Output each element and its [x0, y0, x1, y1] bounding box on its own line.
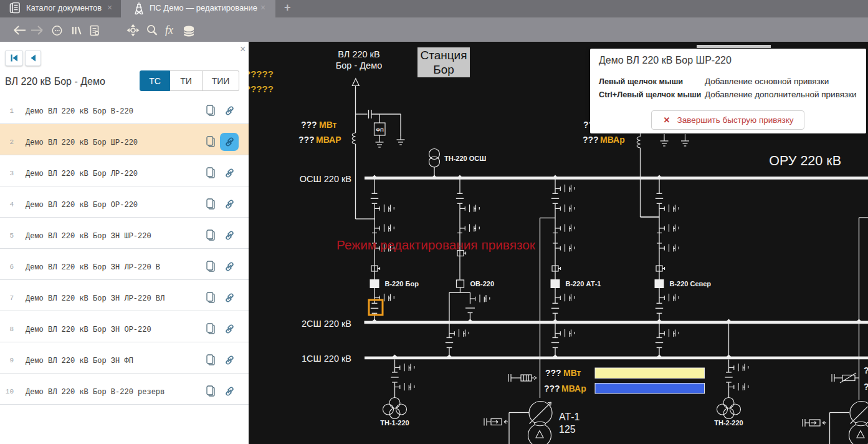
svg-text:МВАр: МВАр: [600, 135, 625, 145]
svg-text:???: ???: [544, 384, 560, 393]
svg-text:ТН-220 ОСШ: ТН-220 ОСШ: [444, 155, 486, 162]
svg-text:???: ???: [545, 368, 561, 378]
svg-text:ОВ-220: ОВ-220: [470, 280, 495, 287]
svg-text:МВАр: МВАр: [561, 384, 586, 393]
svg-text:В-220 АТ-1: В-220 АТ-1: [566, 280, 601, 287]
svg-text:???: ???: [864, 365, 868, 375]
svg-text:АТ-1: АТ-1: [559, 412, 580, 422]
svg-text:ОРУ 220 кВ: ОРУ 220 кВ: [769, 153, 841, 168]
svg-text:Режим редактирования привязок: Режим редактирования привязок: [336, 238, 536, 252]
svg-text:Бор - Демо: Бор - Демо: [336, 60, 382, 70]
svg-text:???: ???: [583, 135, 599, 145]
svg-text:Бор: Бор: [433, 63, 454, 76]
svg-text:ТН-1-220: ТН-1-220: [380, 419, 409, 427]
svg-text:МВАР: МВАР: [316, 135, 341, 145]
svg-text:В-220 Север: В-220 Север: [670, 280, 712, 287]
svg-text:Станция: Станция: [420, 49, 467, 62]
svg-text:?????: ?????: [249, 84, 274, 94]
svg-text:???: ???: [864, 382, 868, 392]
svg-text:???: ???: [298, 135, 315, 145]
svg-text:2СШ 220 кВ: 2СШ 220 кВ: [302, 319, 351, 329]
svg-text:???: ???: [301, 120, 317, 130]
svg-text:1СШ 220 кВ: 1СШ 220 кВ: [302, 354, 351, 364]
svg-text:ФП: ФП: [376, 127, 384, 133]
svg-text:МВт: МВт: [319, 120, 337, 130]
svg-text:ОСШ 220 кВ: ОСШ 220 кВ: [300, 174, 351, 184]
svg-text:125: 125: [559, 424, 576, 435]
svg-text:ВЛ 220 кВ: ВЛ 220 кВ: [338, 49, 379, 59]
svg-text:ТН-2-220: ТН-2-220: [714, 419, 743, 427]
svg-text:МВт: МВт: [563, 368, 581, 378]
svg-text:?????: ?????: [249, 69, 274, 79]
svg-text:В-220 Бор: В-220 Бор: [385, 280, 419, 287]
